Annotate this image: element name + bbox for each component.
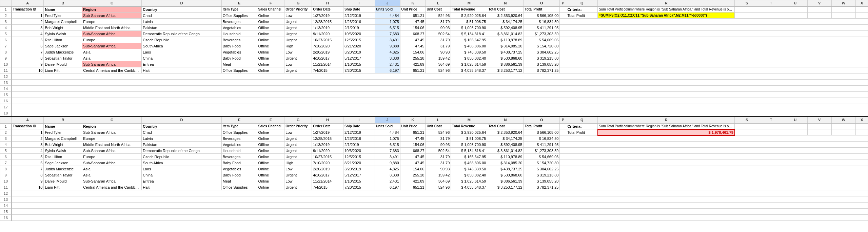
bottom-cell-i6[interactable]: 12/5/2015 <box>343 154 375 160</box>
cell-m2[interactable]: $ 2,920,025.64 <box>451 13 487 19</box>
bottom-cell-h4[interactable]: 1/13/2019 <box>312 142 343 148</box>
cell-b2[interactable]: Fred Tyler <box>44 13 82 19</box>
bottom-cell-f4[interactable]: Offline <box>257 142 284 148</box>
cell-l3[interactable]: 31.79 <box>426 19 451 25</box>
bottom-cell-e10[interactable]: Meat <box>221 178 257 184</box>
cell-c5[interactable]: Sub-Saharan Africa <box>82 31 142 37</box>
cell-h3[interactable]: 12/28/2015 <box>312 19 343 25</box>
bottom-cell-n5[interactable]: $ 3,861,014.82 <box>487 148 524 154</box>
bottom-cell-b9[interactable]: Sebastian Taylor <box>44 172 82 178</box>
cell-d11[interactable]: Haiti <box>142 67 221 73</box>
bottom-cell-l6[interactable]: 31.79 <box>426 154 451 160</box>
col-header-h[interactable]: H <box>312 0 343 6</box>
col-header-t[interactable]: T <box>759 0 783 6</box>
bottom-cell-h8[interactable]: 2/20/2019 <box>312 166 343 172</box>
bottom-cell-m5[interactable]: $ 5,134,318.41 <box>451 148 487 154</box>
cell-a8[interactable]: 7 <box>12 49 44 55</box>
cell-k5[interactable]: 668.27 <box>400 31 426 37</box>
bottom-cell-d8[interactable]: Laos <box>142 166 221 172</box>
cell-d3[interactable]: Latvia <box>142 19 221 25</box>
cell-m3[interactable]: $ 51,008.75 <box>451 19 487 25</box>
bottom-cell-j6[interactable]: 3,491 <box>375 154 400 160</box>
cell-j1[interactable]: Units Sold <box>375 6 400 13</box>
bottom-cell-h10[interactable]: 11/21/2014 <box>312 178 343 184</box>
col-header-p[interactable]: P <box>560 0 566 6</box>
cell-o7[interactable]: $ 154,720.80 <box>524 43 560 49</box>
bottom-cell-f6[interactable]: Online <box>257 154 284 160</box>
bottom-col-header-h[interactable]: H <box>312 117 343 123</box>
cell-f10[interactable]: Online <box>257 61 284 67</box>
cell-k1[interactable]: Unit Price <box>400 6 426 13</box>
bottom-cell-o5[interactable]: $1,273,303.59 <box>524 148 560 154</box>
cell-e7[interactable]: Baby Food <box>221 43 257 49</box>
bottom-cell-n11[interactable]: $ 3,253,177.12 <box>487 184 524 190</box>
bottom-cell-i8[interactable]: 3/20/2019 <box>343 166 375 172</box>
bottom-cell-s1[interactable] <box>735 123 759 129</box>
col-header-j[interactable]: J <box>375 0 400 6</box>
cell-p2[interactable] <box>560 13 566 19</box>
bottom-cell-o4[interactable]: $ 411,291.95 <box>524 142 560 148</box>
col-header-s[interactable]: S <box>735 0 759 6</box>
bottom-cell-i3[interactable]: 1/23/2016 <box>343 135 375 142</box>
bottom-cell-e11[interactable]: Office Supplies <box>221 184 257 190</box>
bottom-cell-e4[interactable]: Vegetables <box>221 142 257 148</box>
bottom-cell-o6[interactable]: $ 54,669.06 <box>524 154 560 160</box>
cell-e4[interactable]: Vegetables <box>221 25 257 31</box>
col-header-x[interactable]: X <box>856 0 868 6</box>
cell-n7[interactable]: $ 314,085.20 <box>487 43 524 49</box>
cell-c11[interactable]: Central America and the Caribbean <box>82 67 142 73</box>
bottom-cell-k8[interactable]: 154.06 <box>400 166 426 172</box>
bottom-cell-a1[interactable]: Transaction ID <box>12 123 44 129</box>
cell-j2[interactable]: 4,484 <box>375 13 400 19</box>
bottom-cell-k2[interactable]: 651.21 <box>400 129 426 135</box>
cell-g3[interactable]: Urgent <box>284 19 312 25</box>
bottom-cell-o11[interactable]: $ 782,371.25 <box>524 184 560 190</box>
cell-g11[interactable]: Urgent <box>284 67 312 73</box>
bottom-cell-q1[interactable]: Criteria: <box>566 123 598 129</box>
cell-j7[interactable]: 9,880 <box>375 43 400 49</box>
bottom-cell-i5[interactable]: 10/6/2020 <box>343 148 375 154</box>
cell-i11[interactable]: 7/20/2015 <box>343 67 375 73</box>
bottom-cell-o7[interactable]: $ 154,720.80 <box>524 160 560 166</box>
cell-n1[interactable]: Total Cost <box>487 6 524 13</box>
cell-i5[interactable]: 10/6/2020 <box>343 31 375 37</box>
cell-m5[interactable]: $ 5,134,318.41 <box>451 31 487 37</box>
bottom-cell-g1[interactable]: Order Priority <box>284 123 312 129</box>
cell-d6[interactable]: Czech Republic <box>142 37 221 43</box>
cell-f8[interactable]: Online <box>257 49 284 55</box>
bottom-cell-d7[interactable]: South Africa <box>142 160 221 166</box>
cell-g8[interactable]: Low <box>284 49 312 55</box>
cell-g6[interactable]: Urgent <box>284 37 312 43</box>
bottom-cell-n9[interactable]: $ 530,868.60 <box>487 172 524 178</box>
cell-b11[interactable]: Liam Pitt <box>44 67 82 73</box>
cell-k9[interactable]: 255.28 <box>400 55 426 61</box>
bottom-cell-h1[interactable]: Order Date <box>312 123 343 129</box>
cell-s2[interactable] <box>735 13 759 19</box>
bottom-cell-c6[interactable]: Europe <box>82 154 142 160</box>
bottom-col-header-c[interactable]: C <box>82 117 142 123</box>
bottom-cell-l10[interactable]: 364.69 <box>426 178 451 184</box>
bottom-cell-c10[interactable]: Sub-Saharan Africa <box>82 178 142 184</box>
bottom-cell-p2[interactable] <box>560 129 566 135</box>
cell-l7[interactable]: 31.79 <box>426 43 451 49</box>
cell-c1[interactable]: Region <box>82 6 142 13</box>
cell-h11[interactable]: 7/4/2015 <box>312 67 343 73</box>
cell-c2[interactable]: Sub-Saharan Africa <box>82 13 142 19</box>
bottom-cell-r1[interactable]: Sum Total Profit column where Region is … <box>598 123 735 129</box>
cell-k10[interactable]: 421.89 <box>400 61 426 67</box>
bottom-cell-b5[interactable]: Sylvia Walsh <box>44 148 82 154</box>
bottom-col-header-p[interactable]: P <box>560 117 566 123</box>
bottom-cell-x1[interactable] <box>856 123 868 129</box>
cell-j9[interactable]: 3,330 <box>375 55 400 61</box>
bottom-cell-l9[interactable]: 159.42 <box>426 172 451 178</box>
bottom-cell-f3[interactable]: Online <box>257 135 284 142</box>
bottom-cell-m10[interactable]: $ 1,025,614.59 <box>451 178 487 184</box>
bottom-cell-h7[interactable]: 7/10/2020 <box>312 160 343 166</box>
cell-j11[interactable]: 6,197 <box>375 67 400 73</box>
bottom-cell-l8[interactable]: 90.93 <box>426 166 451 172</box>
bottom-cell-q2[interactable]: Total Profit <box>566 129 598 135</box>
cell-r1[interactable]: Sum Total Profit column where Region is … <box>598 6 735 13</box>
cell-l4[interactable]: 90.93 <box>426 25 451 31</box>
bottom-cell-c4[interactable]: Middle East and North Africa <box>82 142 142 148</box>
bottom-cell-w1[interactable] <box>831 123 855 129</box>
